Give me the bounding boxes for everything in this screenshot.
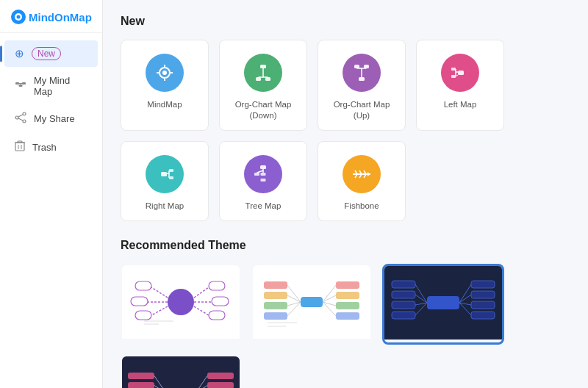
svg-point-8 [23, 112, 26, 115]
svg-point-2 [17, 15, 21, 19]
logo-icon [10, 9, 26, 25]
svg-line-11 [18, 115, 23, 117]
svg-point-19 [162, 71, 167, 75]
svg-rect-13 [15, 143, 24, 151]
org-up-icon [343, 54, 381, 92]
svg-rect-125 [207, 373, 234, 379]
theme-card-4[interactable] [121, 355, 241, 388]
template-grid: MindMap Org-Chart Map (Down) Org-Chart M… [121, 40, 570, 221]
svg-point-62 [168, 289, 194, 315]
svg-rect-110 [471, 312, 495, 319]
svg-rect-117 [128, 373, 154, 379]
svg-rect-24 [260, 65, 266, 68]
template-tree-map[interactable]: Tree Map [219, 141, 307, 221]
main-content: New MindMap Org-Chart Map (Down) [103, 0, 588, 388]
svg-line-12 [18, 118, 23, 121]
sidebar-item-my-mind-map[interactable]: My Mind Map [4, 68, 98, 104]
svg-rect-109 [471, 301, 495, 309]
svg-point-10 [23, 120, 26, 123]
sidebar-item-label: Trash [32, 142, 57, 153]
svg-rect-101 [392, 301, 415, 309]
svg-rect-100 [392, 291, 415, 298]
org-down-label: Org-Chart Map (Down) [227, 99, 299, 121]
theme-preview-3 [384, 266, 502, 340]
svg-rect-43 [169, 176, 173, 179]
svg-rect-36 [451, 75, 456, 78]
logo-text: MindOnMap [29, 11, 92, 24]
new-icon: ⊕ [15, 47, 24, 60]
svg-rect-107 [471, 281, 495, 288]
sidebar: MindOnMap ⊕ New My Mind Map My Share [0, 0, 103, 388]
trash-icon [15, 140, 25, 154]
logo: MindOnMap [10, 9, 92, 25]
svg-rect-88 [336, 292, 359, 299]
new-section-title: New [121, 15, 570, 28]
svg-rect-87 [336, 281, 359, 289]
sidebar-item-trash[interactable]: Trash [4, 134, 98, 161]
theme-card-1[interactable] [121, 264, 241, 345]
svg-rect-50 [261, 179, 266, 182]
org-up-label: Org-Chart Map (Up) [326, 99, 398, 121]
svg-rect-4 [22, 82, 26, 85]
svg-rect-47 [260, 165, 266, 169]
svg-rect-48 [254, 173, 259, 176]
svg-rect-3 [15, 82, 19, 85]
svg-rect-80 [264, 292, 287, 299]
svg-rect-99 [392, 281, 415, 288]
sidebar-item-new[interactable]: ⊕ New [4, 40, 98, 67]
right-map-label: Right Map [146, 201, 184, 212]
template-org-up[interactable]: Org-Chart Map (Up) [318, 40, 406, 131]
svg-rect-89 [336, 302, 359, 309]
svg-marker-60 [368, 172, 370, 176]
template-left-map[interactable]: Left Map [416, 40, 504, 131]
sidebar-item-my-share[interactable]: My Share [4, 105, 98, 132]
sidebar-item-label: My Mind Map [34, 75, 87, 97]
new-section: New MindMap Org-Chart Map (Down) [121, 15, 570, 221]
svg-point-9 [15, 116, 18, 119]
left-map-label: Left Map [444, 99, 477, 110]
logo-area: MindOnMap [0, 0, 102, 33]
left-map-icon [441, 54, 479, 92]
theme-grid [121, 264, 570, 388]
share-icon [15, 112, 26, 126]
theme-preview-2 [253, 265, 370, 339]
right-map-icon [146, 155, 184, 193]
template-org-down[interactable]: Org-Chart Map (Down) [219, 40, 307, 131]
svg-rect-79 [264, 281, 287, 289]
svg-line-52 [257, 170, 264, 173]
tree-map-icon [244, 155, 282, 193]
svg-rect-102 [392, 312, 415, 319]
svg-rect-82 [264, 312, 287, 320]
svg-rect-90 [336, 312, 359, 320]
theme-card-2[interactable] [251, 264, 372, 345]
mindmap-icon [15, 79, 26, 93]
svg-rect-81 [264, 302, 287, 309]
tree-map-label: Tree Map [245, 201, 282, 212]
svg-rect-29 [359, 77, 365, 81]
mindmap-label: MindMap [147, 99, 182, 110]
sidebar-item-label: My Share [34, 113, 75, 124]
mindmap-template-icon [146, 54, 184, 92]
svg-rect-118 [128, 382, 154, 388]
svg-rect-42 [169, 169, 173, 172]
fishbone-label: Fishbone [344, 201, 379, 212]
svg-rect-15 [18, 141, 22, 143]
theme-preview-4 [122, 356, 240, 388]
template-fishbone[interactable]: Fishbone [318, 141, 406, 221]
svg-rect-98 [427, 296, 459, 309]
theme-section-title: Recommended Theme [121, 239, 570, 252]
svg-rect-49 [261, 173, 266, 176]
template-mindmap[interactable]: MindMap [121, 40, 209, 131]
template-right-map[interactable]: Right Map [121, 141, 209, 221]
svg-rect-126 [207, 382, 234, 388]
svg-rect-78 [301, 297, 323, 307]
theme-card-3[interactable] [382, 264, 504, 345]
svg-rect-35 [451, 68, 456, 71]
svg-rect-34 [458, 71, 464, 75]
fishbone-icon [343, 155, 381, 193]
svg-rect-108 [471, 291, 495, 298]
theme-preview-1 [122, 265, 240, 339]
new-badge: New [32, 47, 61, 60]
sidebar-nav: ⊕ New My Mind Map My Share Trash [0, 39, 102, 162]
svg-rect-41 [161, 172, 167, 176]
